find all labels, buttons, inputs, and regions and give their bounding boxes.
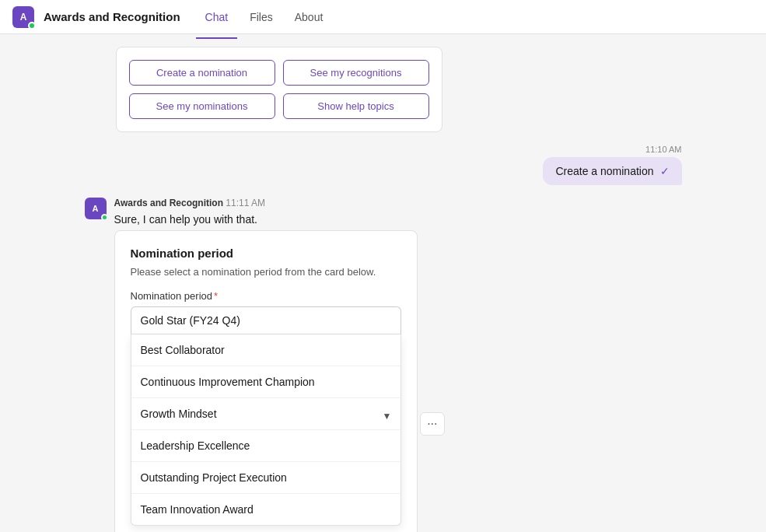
- nomination-period-dropdown-wrapper: Gold Star (FY24 Q4) ▼ Best Collaborator …: [131, 306, 401, 526]
- app-title: Awards and Recognition: [44, 10, 180, 23]
- dropdown-item-growth-mindset[interactable]: Growth Mindset: [131, 398, 400, 430]
- tab-chat[interactable]: Chat: [196, 5, 238, 30]
- nomination-card-desc: Please select a nomination period from t…: [131, 266, 401, 278]
- nomination-card: Nomination period Please select a nomina…: [114, 230, 418, 532]
- nav-tabs: Chat Files About: [196, 5, 333, 30]
- user-message-time: 11:10 AM: [645, 145, 681, 154]
- more-options-button[interactable]: ···: [420, 412, 444, 436]
- main-content: Create a nomination See my recognitions …: [0, 34, 766, 532]
- checkmark-icon: ✓: [660, 165, 670, 177]
- chat-container: Create a nomination See my recognitions …: [72, 34, 694, 532]
- nomination-period-dropdown[interactable]: Gold Star (FY24 Q4): [131, 306, 401, 334]
- required-marker: *: [214, 290, 218, 302]
- tab-about[interactable]: About: [285, 5, 333, 30]
- bot-avatar: A: [85, 198, 107, 219]
- bot-message-content: Awards and Recognition 11:11 AM Sure, I …: [114, 198, 418, 532]
- bot-message-header: Awards and Recognition 11:11 AM: [114, 198, 418, 208]
- user-message-row: 11:10 AM Create a nomination ✓: [543, 145, 681, 185]
- dropdown-item-outstanding-project[interactable]: Outstanding Project Execution: [131, 462, 400, 494]
- tab-files[interactable]: Files: [240, 5, 282, 30]
- nomination-card-title: Nomination period: [131, 247, 401, 260]
- quick-actions-card: Create a nomination See my recognitions …: [116, 47, 442, 132]
- app-icon: A: [12, 6, 34, 28]
- user-message-text: Create a nomination: [555, 165, 653, 177]
- create-nomination-button[interactable]: Create a nomination: [129, 60, 275, 86]
- app-header: A Awards and Recognition Chat Files Abou…: [0, 0, 766, 34]
- dropdown-list: Best Collaborator Continuous Improvement…: [131, 334, 401, 526]
- dropdown-item-best-collaborator[interactable]: Best Collaborator: [131, 334, 400, 366]
- dropdown-item-continuous-improvement[interactable]: Continuous Improvement Champion: [131, 366, 400, 398]
- bot-status-dot: [101, 214, 108, 221]
- bot-message-time: 11:11 AM: [226, 198, 265, 208]
- field-label: Nomination period*: [131, 290, 401, 302]
- show-help-button[interactable]: Show help topics: [283, 93, 429, 119]
- dropdown-selected-value: Gold Star (FY24 Q4): [141, 314, 240, 327]
- see-recognitions-button[interactable]: See my recognitions: [283, 60, 429, 86]
- dropdown-item-team-innovation[interactable]: Team Innovation Award: [131, 494, 400, 525]
- bot-message-text: Sure, I can help you with that.: [114, 213, 418, 226]
- online-status-dot: [28, 22, 36, 30]
- user-message-bubble: Create a nomination ✓: [543, 157, 681, 185]
- bot-sender-name: Awards and Recognition: [114, 198, 223, 208]
- dropdown-item-leadership-excellence[interactable]: Leadership Excellence: [131, 430, 400, 462]
- see-nominations-button[interactable]: See my nominations: [129, 93, 275, 119]
- bot-message-row: A Awards and Recognition 11:11 AM Sure, …: [85, 198, 682, 532]
